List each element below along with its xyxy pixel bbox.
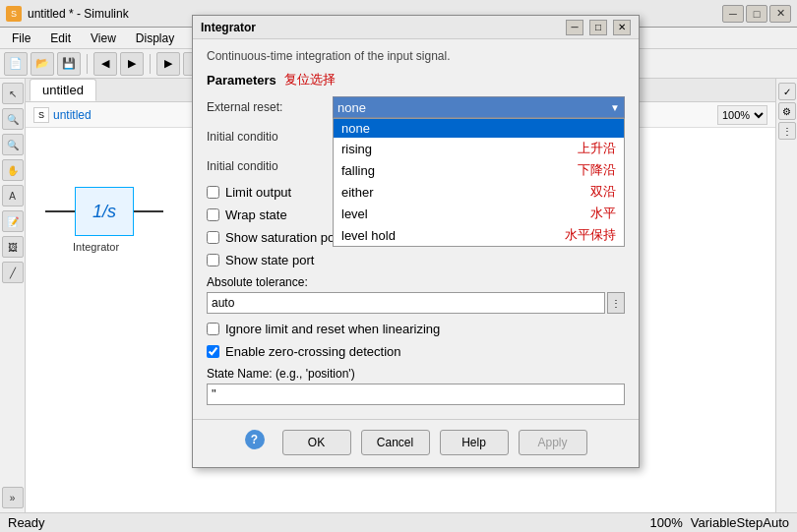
maximize-button[interactable]: □ — [746, 5, 767, 23]
status-right: 100% VariableStepAuto — [650, 515, 789, 530]
parameters-title: Parameters — [207, 73, 276, 88]
initial-condition-source-label: Initial conditio — [207, 130, 325, 144]
external-reset-row: External reset: none ▼ none rising 上升沿 — [207, 96, 625, 118]
ignore-limit-label: Ignore limit and reset when linearizing — [225, 322, 440, 336]
left-sidebar: ↖ 🔍 🔍 ✋ A 📝 🖼 ╱ » — [0, 79, 26, 512]
rt-grid-button[interactable]: ⋮ — [778, 122, 796, 140]
annotation-tool[interactable]: 📝 — [2, 210, 24, 232]
limit-output-checkbox[interactable] — [207, 186, 219, 199]
line-tool[interactable]: ╱ — [2, 262, 24, 283]
dropdown-arrow-icon: ▼ — [610, 102, 620, 113]
dialog-footer: ? OK Cancel Help Apply — [193, 419, 639, 467]
annotation-row: Parameters 复位选择 — [207, 71, 625, 89]
rt-check-button[interactable]: ✓ — [778, 83, 796, 100]
dialog-maximize-button[interactable]: □ — [589, 20, 607, 35]
open-button[interactable]: 📂 — [31, 52, 54, 76]
input-line — [45, 210, 75, 212]
minimize-button[interactable]: ─ — [722, 5, 744, 23]
ignore-limit-row: Ignore limit and reset when linearizing — [207, 322, 625, 336]
dialog-subtitle: Continuous-time integration of the input… — [207, 49, 625, 63]
status-text: Ready — [8, 515, 45, 530]
solver-info: VariableStepAuto — [691, 515, 789, 530]
forward-button[interactable]: ▶ — [120, 52, 144, 76]
run-button[interactable]: ▶ — [156, 52, 180, 76]
state-name-label: State Name: (e.g., 'position') — [207, 367, 625, 381]
dropdown-item-level[interactable]: level 水平 — [334, 203, 624, 224]
text-tool[interactable]: A — [2, 185, 24, 207]
window-controls: ─ □ ✕ — [722, 5, 791, 23]
cancel-button[interactable]: Cancel — [361, 430, 430, 455]
show-saturation-checkbox[interactable] — [207, 231, 219, 244]
absolute-tolerance-input[interactable] — [207, 292, 605, 314]
show-state-row: Show state port — [207, 253, 625, 267]
initial-condition-label: Initial conditio — [207, 159, 325, 173]
dialog-title-bar: Integrator ─ □ ✕ — [193, 16, 639, 39]
absolute-tolerance-input-row: ⋮ — [207, 292, 625, 314]
menu-display[interactable]: Display — [128, 30, 182, 47]
show-saturation-label: Show saturation port — [225, 230, 342, 245]
dropdown-display[interactable]: none ▼ — [333, 96, 625, 118]
integrator-dialog: Integrator ─ □ ✕ Continuous-time integra… — [192, 15, 640, 468]
dropdown-item-rising[interactable]: rising 上升沿 — [334, 138, 624, 159]
wrap-state-label: Wrap state — [225, 207, 287, 222]
show-state-checkbox[interactable] — [207, 254, 219, 266]
toolbar-sep1 — [87, 54, 88, 74]
dropdown-selected: none — [337, 100, 366, 115]
ignore-limit-checkbox[interactable] — [207, 323, 219, 335]
apply-button[interactable]: Apply — [519, 430, 587, 455]
breadcrumb-link[interactable]: untitled — [53, 108, 92, 122]
back-button[interactable]: ◀ — [93, 52, 117, 76]
menu-file[interactable]: File — [4, 30, 38, 47]
save-button[interactable]: 💾 — [57, 52, 81, 76]
show-state-label: Show state port — [225, 253, 314, 267]
limit-output-label: Limit output — [225, 185, 291, 200]
absolute-tolerance-menu-button[interactable]: ⋮ — [607, 292, 625, 314]
rt-config-button[interactable]: ⚙ — [778, 102, 796, 120]
dropdown-item-none[interactable]: none — [334, 119, 624, 138]
select-tool[interactable]: ↖ — [2, 83, 24, 104]
absolute-tolerance-row: Absolute tolerance: ⋮ — [207, 275, 625, 314]
dialog-title: Integrator — [201, 21, 560, 34]
app-icon: S — [6, 6, 22, 22]
menu-view[interactable]: View — [83, 30, 124, 47]
absolute-tolerance-label: Absolute tolerance: — [207, 275, 625, 289]
ok-button[interactable]: OK — [282, 430, 351, 455]
dialog-close-button[interactable]: ✕ — [613, 20, 631, 35]
annotation-title: 复位选择 — [284, 71, 336, 89]
zoom-out-tool[interactable]: 🔍 — [2, 134, 24, 155]
hand-tool[interactable]: ✋ — [2, 159, 24, 181]
help-icon-button[interactable]: ? — [245, 430, 265, 455]
status-bar: Ready 100% VariableStepAuto — [0, 512, 797, 532]
enable-crossing-row: Enable zero-crossing detection — [207, 344, 625, 359]
dialog-body: Continuous-time integration of the input… — [193, 39, 639, 415]
zoom-level: 100% — [650, 515, 683, 530]
help-button[interactable]: Help — [440, 430, 509, 455]
wrap-state-checkbox[interactable] — [207, 208, 219, 221]
canvas-tab-untitled[interactable]: untitled — [30, 79, 96, 101]
zoom-select[interactable]: 100% — [717, 105, 767, 125]
enable-crossing-checkbox[interactable] — [207, 345, 219, 358]
menu-edit[interactable]: Edit — [42, 30, 79, 47]
output-line — [134, 210, 163, 212]
more-button[interactable]: » — [2, 487, 24, 508]
sidebar-more: » — [2, 487, 24, 508]
block-fraction: 1/s — [92, 202, 116, 222]
external-reset-dropdown: none ▼ none rising 上升沿 falling — [333, 96, 625, 118]
dialog-minimize-button[interactable]: ─ — [566, 20, 583, 35]
zoom-in-tool[interactable]: 🔍 — [2, 108, 24, 130]
toolbar-sep2 — [150, 54, 151, 74]
dropdown-item-level-hold[interactable]: level hold 水平保持 — [334, 224, 624, 246]
dropdown-item-either[interactable]: either 双沿 — [334, 181, 624, 203]
integrator-block[interactable]: 1/s — [75, 187, 134, 236]
right-toolbar: ✓ ⚙ ⋮ — [775, 79, 797, 512]
breadcrumb-icon: S — [33, 107, 49, 123]
block-label-text: Integrator — [73, 241, 119, 253]
dropdown-list: none rising 上升沿 falling 下降沿 either — [333, 118, 625, 247]
dropdown-item-falling[interactable]: falling 下降沿 — [334, 159, 624, 181]
image-tool[interactable]: 🖼 — [2, 236, 24, 258]
enable-crossing-label: Enable zero-crossing detection — [225, 344, 401, 359]
close-button[interactable]: ✕ — [769, 5, 791, 23]
external-reset-label: External reset: — [207, 100, 325, 114]
new-button[interactable]: 📄 — [4, 52, 28, 76]
state-name-input[interactable] — [207, 384, 625, 405]
